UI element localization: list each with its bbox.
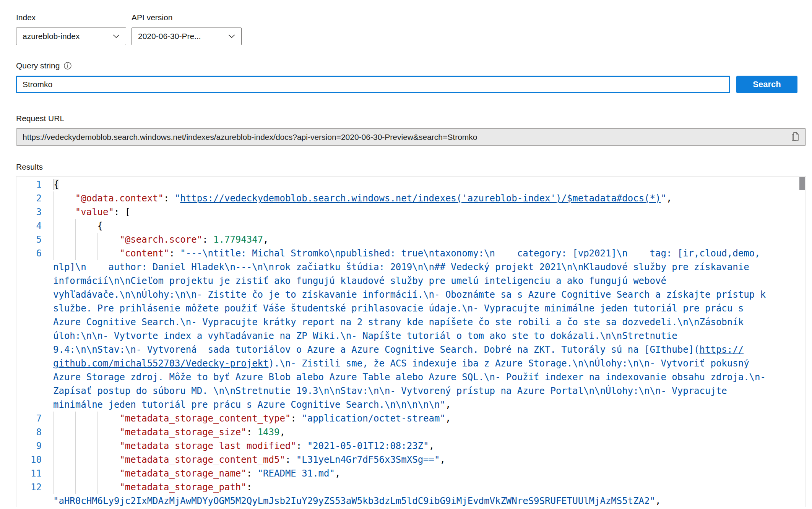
indent-guide bbox=[97, 467, 98, 480]
code-line-content: { bbox=[53, 219, 767, 233]
token-punc: : bbox=[247, 468, 258, 479]
token-str: "application/​octet-stream" bbox=[302, 413, 445, 424]
line-number: 4 bbox=[16, 219, 53, 233]
token-punc: : bbox=[247, 482, 258, 493]
indent-guide bbox=[53, 467, 54, 480]
indent-guide bbox=[75, 439, 76, 453]
token-punc: : bbox=[291, 413, 302, 424]
token-punc: : bbox=[296, 441, 307, 451]
indent-guide bbox=[97, 480, 98, 494]
request-url-label: Request URL bbox=[16, 114, 812, 123]
query-string-label: Query string bbox=[16, 61, 60, 70]
info-icon[interactable] bbox=[63, 62, 72, 70]
indent-guide bbox=[75, 453, 76, 467]
line-number: 3 bbox=[16, 205, 53, 219]
token-punc: : bbox=[169, 248, 180, 259]
indent-guide bbox=[97, 439, 98, 453]
code-line: 12 "metadata_storage_path": "aHR0cHM6Ly9… bbox=[16, 480, 806, 507]
code-line-content: "metadata_storage_last_modified": "2021-… bbox=[53, 439, 767, 453]
indent-guide bbox=[97, 233, 98, 246]
token-key: "metadata_storage_content_md5" bbox=[119, 454, 285, 465]
token-brace-active: { bbox=[53, 179, 59, 190]
token-punc: , bbox=[279, 427, 285, 438]
code-line-content: "@odata.context": "https:/​/​vedeckydemo… bbox=[53, 191, 767, 205]
token-str: " bbox=[661, 193, 666, 204]
indent-guide bbox=[75, 425, 76, 439]
api-version-dropdown[interactable]: 2020-06-30-Pre... bbox=[132, 28, 242, 45]
line-number: 1 bbox=[16, 178, 53, 191]
token-link[interactable]: https:/​/​vedeckydemoblob.search.windows… bbox=[180, 193, 661, 204]
token-punc: , bbox=[666, 193, 672, 204]
line-number: 12 bbox=[16, 480, 53, 507]
results-label: Results bbox=[16, 162, 812, 172]
line-number: 6 bbox=[16, 246, 53, 412]
code-line-content: "metadata_storage_size": 1439, bbox=[53, 425, 767, 439]
token-str: " bbox=[175, 193, 180, 204]
token-str: "aHR0cHM6Ly9jc2IxMDAzMjAwMDYyOGM5M2QyLmJ… bbox=[53, 496, 655, 506]
line-number: 5 bbox=[16, 233, 53, 246]
code-line-content: "metadata_storage_content_md5": "L31yeLn… bbox=[53, 453, 767, 467]
token-punc: , bbox=[655, 496, 661, 506]
code-line-content: "content": "---\ntitle: Michal Stromko\n… bbox=[53, 246, 767, 412]
copy-icon[interactable] bbox=[790, 132, 800, 143]
code-line: 8 "metadata_storage_size": 1439, bbox=[16, 425, 806, 439]
code-line-content: { bbox=[53, 178, 767, 191]
token-str: "---\ntitle: Michal Stromko\npublished: … bbox=[53, 248, 771, 355]
index-dropdown-value: azureblob-index bbox=[23, 32, 80, 41]
indent-guide bbox=[53, 412, 54, 425]
api-version-dropdown-value: 2020-06-30-Pre... bbox=[138, 32, 201, 41]
token-num: 1.7794347 bbox=[213, 234, 263, 245]
token-str: "README 31.md" bbox=[258, 468, 335, 479]
code-line-content: "metadata_storage_content_type": "applic… bbox=[53, 412, 767, 425]
indent-guide bbox=[53, 191, 54, 205]
token-punc: : bbox=[202, 234, 213, 245]
code-line: 10 "metadata_storage_content_md5": "L31y… bbox=[16, 453, 806, 467]
editor-scrollbar[interactable] bbox=[799, 177, 805, 190]
indent-guide bbox=[53, 219, 54, 233]
code-line-content: "@search.score": 1.7794347, bbox=[53, 233, 767, 246]
token-key: "value" bbox=[75, 207, 114, 217]
results-editor[interactable]: 1{2 "@odata.context": "https:/​/​vedecky… bbox=[16, 176, 806, 507]
token-key: "metadata_storage_last_modified" bbox=[119, 441, 296, 451]
indent-guide bbox=[75, 246, 76, 260]
results-editor-lines: 1{2 "@odata.context": "https:/​/​vedecky… bbox=[16, 178, 806, 507]
indent-guide bbox=[53, 453, 54, 467]
search-button[interactable]: Search bbox=[736, 76, 797, 93]
chevron-down-icon bbox=[227, 32, 236, 41]
token-num: 1439 bbox=[258, 427, 280, 438]
indent-guide bbox=[53, 233, 54, 246]
request-url-bar: https://vedeckydemoblob.search.windows.n… bbox=[16, 128, 806, 146]
indent-guide bbox=[97, 412, 98, 425]
code-line: 5 "@search.score": 1.7794347, bbox=[16, 233, 806, 246]
token-key: "content" bbox=[119, 248, 169, 259]
code-line: 3 "value": [ bbox=[16, 205, 806, 219]
code-line: 4 { bbox=[16, 219, 806, 233]
code-line-content: "value": [ bbox=[53, 205, 767, 219]
token-punc: : [ bbox=[114, 207, 130, 217]
code-line: 2 "@odata.context": "https:/​/​vedeckyde… bbox=[16, 191, 806, 205]
token-punc: : bbox=[247, 427, 258, 438]
line-number: 10 bbox=[16, 453, 53, 467]
indent-guide bbox=[53, 439, 54, 453]
line-number: 2 bbox=[16, 191, 53, 205]
indent-guide bbox=[75, 480, 76, 494]
code-line-content: "metadata_storage_path": "aHR0cHM6Ly9jc2… bbox=[53, 480, 767, 507]
token-punc: , bbox=[335, 468, 340, 479]
api-version-label: API version bbox=[132, 13, 172, 22]
token-punc: , bbox=[429, 441, 434, 451]
indent-guide bbox=[75, 467, 76, 480]
code-line: 6 "content": "---\ntitle: Michal Stromko… bbox=[16, 246, 806, 412]
token-punc: : bbox=[164, 193, 175, 204]
token-punc: , bbox=[440, 454, 445, 465]
code-line-content: "metadata_storage_name": "README 31.md", bbox=[53, 467, 767, 480]
query-string-input[interactable] bbox=[16, 76, 730, 93]
token-punc: : bbox=[285, 454, 296, 465]
index-dropdown[interactable]: azureblob-index bbox=[16, 28, 126, 45]
indent-guide bbox=[75, 412, 76, 425]
search-explorer-page: Index API version azureblob-index 2020-0… bbox=[0, 0, 812, 507]
token-punc: , bbox=[263, 234, 268, 245]
indent-guide bbox=[53, 205, 54, 219]
token-key: "metadata_storage_size" bbox=[119, 427, 246, 438]
indent-guide bbox=[97, 246, 98, 260]
indent-guide bbox=[75, 233, 76, 246]
